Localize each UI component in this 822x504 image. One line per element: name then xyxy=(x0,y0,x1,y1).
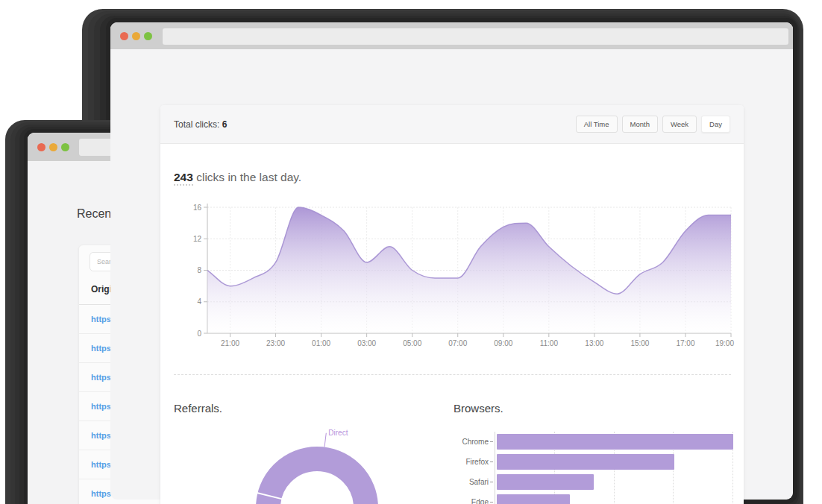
total-clicks-value: 6 xyxy=(222,119,228,130)
svg-text:0: 0 xyxy=(197,330,201,338)
filter-button-month[interactable]: Month xyxy=(622,116,658,133)
analytics-card: Total clicks: 6 All TimeMonthWeekDay 243… xyxy=(160,105,744,504)
svg-text:15:00: 15:00 xyxy=(630,339,649,347)
svg-text:23:00: 23:00 xyxy=(266,339,285,347)
svg-text:05:00: 05:00 xyxy=(403,339,421,347)
traffic-lights xyxy=(120,32,152,40)
clicks-area-chart: 048121621:0023:0001:0003:0005:0007:0009:… xyxy=(160,187,744,366)
bar xyxy=(497,474,594,490)
svg-text:01:00: 01:00 xyxy=(312,339,330,347)
minimize-icon[interactable] xyxy=(49,143,57,151)
svg-text:21:00: 21:00 xyxy=(221,339,239,347)
axis-tick xyxy=(490,441,493,442)
svg-text:03:00: 03:00 xyxy=(357,339,376,347)
axis-tick xyxy=(490,462,493,462)
referrals-donut-chart: Direct xyxy=(205,426,444,504)
donut-segment-label: Direct xyxy=(328,429,348,437)
svg-text:8: 8 xyxy=(197,266,201,274)
axis-tick xyxy=(490,482,493,482)
bar-row-firefox: Firefox xyxy=(414,452,732,472)
clicks-count: 243 xyxy=(174,171,193,186)
main-browser-window: Total clicks: 6 All TimeMonthWeekDay 243… xyxy=(110,22,793,500)
close-icon[interactable] xyxy=(37,143,46,151)
bar-row-safari: Safari xyxy=(414,472,732,492)
main-window-content: Total clicks: 6 All TimeMonthWeekDay 243… xyxy=(110,49,793,500)
svg-text:17:00: 17:00 xyxy=(676,339,694,347)
total-clicks-label: Total clicks: 6 xyxy=(174,119,227,130)
browsers-section-title: Browsers. xyxy=(454,402,503,415)
bar xyxy=(497,454,674,470)
bar-row-edge: Edge xyxy=(414,492,732,504)
svg-text:11:00: 11:00 xyxy=(540,339,559,347)
url-bar[interactable] xyxy=(163,28,788,45)
maximize-icon[interactable] xyxy=(144,32,152,40)
clicks-headline: 243 clicks in the last day. xyxy=(174,171,301,184)
svg-text:12: 12 xyxy=(193,235,202,243)
divider xyxy=(174,374,731,375)
bar xyxy=(497,494,570,504)
filter-button-week[interactable]: Week xyxy=(662,116,697,133)
svg-text:09:00: 09:00 xyxy=(494,339,512,347)
svg-text:4: 4 xyxy=(197,297,201,306)
bar-label: Chrome xyxy=(414,438,489,446)
svg-text:19:00: 19:00 xyxy=(715,339,734,347)
time-range-filters: All TimeMonthWeekDay xyxy=(576,116,730,133)
bar xyxy=(497,434,733,450)
axis-tick xyxy=(490,502,493,503)
browsers-bar-chart: ChromeFirefoxSafariEdgeOther xyxy=(414,432,732,504)
bar-track xyxy=(496,454,732,470)
bar-chart-rows: ChromeFirefoxSafariEdgeOther xyxy=(414,432,732,504)
bar-track xyxy=(496,474,732,490)
recent-links-heading: Recent xyxy=(77,207,115,221)
referrals-section-title: Referrals. xyxy=(174,402,222,415)
bar-track xyxy=(496,434,732,450)
bar-label: Edge xyxy=(414,498,489,504)
svg-text:16: 16 xyxy=(193,204,202,212)
card-header: Total clicks: 6 All TimeMonthWeekDay xyxy=(160,105,744,144)
minimize-icon[interactable] xyxy=(132,32,140,40)
titlebar[interactable] xyxy=(110,22,793,49)
bar-label: Firefox xyxy=(414,458,489,466)
maximize-icon[interactable] xyxy=(61,143,69,151)
bar-row-chrome: Chrome xyxy=(414,432,732,452)
filter-button-all-time[interactable]: All Time xyxy=(576,116,618,133)
bar-label: Safari xyxy=(414,478,489,486)
filter-button-day[interactable]: Day xyxy=(701,116,730,133)
svg-text:07:00: 07:00 xyxy=(448,339,467,347)
traffic-lights xyxy=(37,143,69,151)
svg-text:13:00: 13:00 xyxy=(585,339,603,347)
bar-track xyxy=(496,494,732,504)
close-icon[interactable] xyxy=(120,32,128,40)
